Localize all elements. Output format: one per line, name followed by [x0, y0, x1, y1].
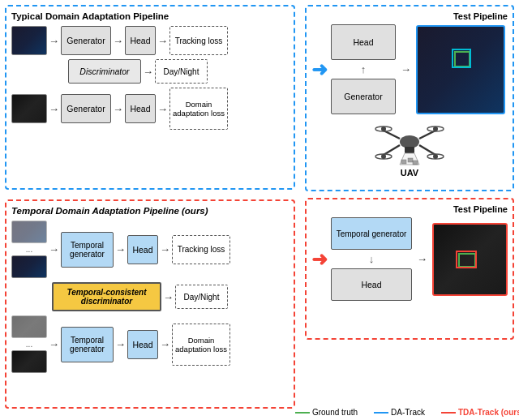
legend-da-track: DA-Track — [374, 408, 425, 417]
test-top-boxes: Head ↑ Generator — [331, 24, 396, 114]
svg-point-12 — [433, 154, 438, 159]
test-top-night-scene — [416, 25, 505, 114]
box-head-temporal-1: Head — [127, 235, 158, 264]
typical-row-1: Generator Head Tracking loss — [11, 26, 289, 55]
arrow-4 — [143, 66, 153, 78]
arrow-7 — [157, 103, 168, 115]
uav-label: UAV — [401, 168, 418, 178]
left-panel: Typical Domain Adaptation Pipeline Gener… — [0, 0, 300, 420]
typical-pipeline-section: Typical Domain Adaptation Pipeline Gener… — [5, 5, 295, 190]
test-pipeline-bottom-title: Test Pipeline — [311, 204, 508, 214]
test-top-row: ➜ Head ↑ Generator — [311, 24, 508, 114]
test-pipeline-top: Test Pipeline ➜ Head ↑ Generator — [305, 5, 514, 191]
legend-red-line — [441, 412, 456, 414]
box-temporal-gen-1: Temporal generator — [61, 232, 114, 268]
t-arrow-5 — [49, 338, 59, 350]
svg-point-0 — [400, 135, 419, 148]
typical-row-3: Generator Head Domain adaptation loss — [11, 88, 289, 130]
temporal-night-img-2 — [11, 350, 47, 373]
box-head-1: Head — [125, 26, 156, 55]
box-da-loss-1: Domain adaptation loss — [169, 88, 228, 130]
arrow-5 — [49, 103, 59, 115]
arrow-6 — [113, 103, 123, 115]
test-bottom-row: ➜ Temporal generator ↓ Head — [311, 217, 508, 301]
test-bottom-output-arrow — [417, 253, 427, 265]
blue-arrow-right: ➜ — [311, 58, 328, 81]
temporal-pipeline-section: Temporal Domain Adaptation Pipeline (our… — [5, 199, 295, 409]
box-tracking-loss-2: Tracking loss — [172, 235, 230, 264]
temporal-day-img-1 — [11, 221, 47, 243]
box-da-loss-2: Domain adaptation loss — [172, 324, 230, 366]
svg-line-4 — [419, 145, 435, 155]
test-top-head-box: Head — [331, 24, 396, 60]
night-image-1 — [11, 94, 47, 123]
t-arrow-2 — [115, 243, 126, 255]
box-daynight-1: Day/Night — [155, 59, 208, 84]
legend: Ground truth DA-Track TDA-Track (ours) — [304, 408, 515, 417]
temporal-day-img-2 — [11, 255, 47, 278]
arrow-1 — [49, 35, 59, 47]
bbox-red-bottom — [456, 251, 477, 268]
temporal-pipeline-title: Temporal Domain Adaptation Pipeline (our… — [11, 206, 289, 216]
right-panel: Test Pipeline ➜ Head ↑ Generator — [300, 0, 519, 420]
svg-rect-17 — [413, 161, 418, 165]
svg-line-3 — [384, 145, 400, 155]
box-temporal-disc: Temporal-consistent discriminator — [52, 282, 161, 311]
box-generator-1: Generator — [61, 26, 111, 55]
t-arrow-1 — [49, 243, 59, 255]
uav-container: UAV — [311, 118, 508, 178]
svg-point-10 — [433, 126, 438, 131]
svg-rect-13 — [405, 147, 414, 153]
t-arrow-3 — [160, 243, 170, 255]
svg-rect-15 — [401, 160, 406, 164]
test-bottom-tgen-box: Temporal generator — [331, 217, 412, 250]
temporal-images-bottom: ... — [11, 315, 47, 373]
dots-1: ... — [11, 245, 47, 254]
legend-blue-line — [374, 412, 388, 414]
red-arrow-right: ➜ — [311, 248, 328, 271]
dots-2: ... — [11, 340, 47, 349]
arrow-2 — [113, 35, 123, 47]
down-arrow-bottom: ↓ — [331, 253, 412, 265]
test-bottom-night-scene — [432, 223, 508, 296]
arrow-3 — [157, 35, 168, 47]
temporal-row-2: Temporal-consistent discriminator Day/Ni… — [52, 282, 289, 311]
temporal-night-img-1 — [11, 315, 47, 338]
box-tracking-loss-1: Tracking loss — [169, 26, 228, 55]
t-arrow-7 — [160, 338, 170, 350]
box-generator-2: Generator — [61, 94, 111, 123]
up-arrow: ↑ — [331, 63, 396, 75]
box-head-temporal-2: Head — [127, 330, 158, 359]
bbox-cyan-top — [452, 49, 471, 68]
box-discriminator: Discriminator — [68, 59, 141, 84]
test-top-gen-box: Generator — [331, 79, 396, 114]
day-image-1 — [11, 26, 47, 55]
legend-tda-track: TDA-Track (ours) — [441, 408, 519, 417]
test-pipeline-top-title: Test Pipeline — [311, 11, 508, 21]
svg-point-9 — [381, 126, 386, 131]
svg-rect-16 — [408, 158, 413, 162]
test-bottom-boxes: Temporal generator ↓ Head — [331, 217, 412, 301]
box-daynight-2: Day/Night — [175, 285, 228, 309]
legend-green-line — [295, 412, 310, 414]
typical-pipeline-title: Typical Domain Adaptation Pipeline — [11, 11, 289, 21]
uav-svg — [369, 118, 450, 166]
test-top-output-arrow — [401, 63, 411, 75]
temporal-images-top: ... — [11, 221, 47, 278]
test-bottom-head-box: Head — [331, 268, 412, 301]
temporal-row-3: ... Temporal generator Head Domain adapt… — [11, 315, 289, 373]
box-head-2: Head — [125, 94, 156, 123]
legend-ground-truth: Ground truth — [295, 408, 358, 417]
test-pipeline-bottom: Test Pipeline ➜ Temporal generator ↓ Hea… — [305, 198, 514, 340]
svg-point-11 — [381, 154, 386, 159]
t-arrow-6 — [115, 338, 126, 350]
typical-row-2: Discriminator Day/Night — [47, 59, 289, 84]
main-container: Typical Domain Adaptation Pipeline Gener… — [0, 0, 519, 420]
temporal-row-1: ... Temporal generator Head Tracking los… — [11, 221, 289, 278]
box-temporal-gen-2: Temporal generator — [61, 327, 114, 362]
t-arrow-4 — [163, 291, 174, 303]
